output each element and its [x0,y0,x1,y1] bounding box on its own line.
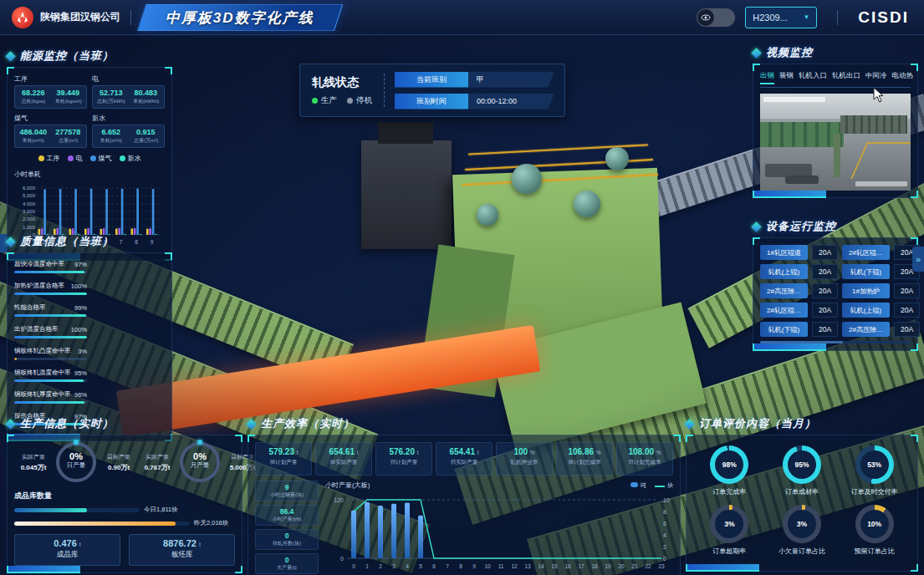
energy-title: 能源监控（当班） [20,48,114,64]
video-tab-2[interactable]: 轧机入口 [799,71,827,84]
equipment-label[interactable]: 2#高压除… [842,322,890,337]
daily-output-gauge: 0%日产量 [56,442,96,482]
energy-quadrant-process: 工序 68.226总耗(kgce)39.449单耗(kgce/t) [14,74,87,109]
equipment-value: 20A [812,283,838,298]
svg-text:0: 0 [352,563,355,569]
finished-stock-card: 0.476 t 成品库 [14,534,120,566]
hourly-output-chart: 1200108642001234567891011121314151617181… [325,490,673,575]
device-select-value: H2309... [753,13,788,23]
svg-text:4,000: 4,000 [23,201,36,206]
svg-text:18: 18 [591,563,598,569]
panel-collapse-button[interactable]: » [912,247,924,272]
quality-title: 质量信息（当班） [20,234,114,249]
svg-text:13: 13 [524,563,531,569]
energy-quadrant-gas: 煤气 486.040单耗(m³/t)277578总量(m³) [14,114,87,148]
slab-stock-card: 8876.72 t 板坯库 [129,534,235,566]
orders-panel: 订单评价内容（当月） 98% 订单完成率 95% 订单成材率 53% 订单及时交… [686,416,918,572]
equipment-label[interactable]: 轧机(下辊) [842,264,890,279]
svg-text:6,000: 6,000 [23,186,36,191]
hourly-chart-legend: 吨块 [630,481,673,490]
equipment-value: 20A [812,264,838,279]
orders-title: 订单评价内容（当月） [699,416,816,431]
efficiency-title: 生产效率（实时） [261,416,355,431]
svg-text:2,000: 2,000 [23,216,36,221]
equipment-label[interactable]: 2#轧区辊… [842,245,890,260]
order-gauge: 95% 订单成材率 [766,445,839,496]
panel-diamond-icon [5,237,16,247]
svg-text:11: 11 [498,563,504,569]
inventory-label: 成品库数量 [14,491,235,501]
equipment-value: 20A [812,245,838,260]
line-status-title: 轧线状态 [312,75,372,90]
video-tab-0[interactable]: 出钢 [760,71,774,84]
video-tab-5[interactable]: 电动热 [892,71,914,84]
mouse-cursor [873,87,885,107]
device-select[interactable]: H2309... ▼ [745,7,817,28]
orders-grid: 98% 订单完成率 95% 订单成材率 53% 订单及时交付率 3% 订单超期率… [693,445,911,564]
order-gauge: 10% 预留订单占比 [838,505,911,556]
equipment-rows: 1#轧区辊道 20A2#轧区辊… 20A轧机(上辊) 20A轧机(下辊) 20A… [760,245,911,337]
equipment-label[interactable]: 1#加热炉 [842,283,890,298]
quality-item: 出炉温度合格率100% [14,325,87,338]
equipment-label[interactable]: 轧机(下辊) [760,322,808,337]
svg-text:10: 10 [663,497,670,503]
video-tab-3[interactable]: 轧机出口 [832,71,860,84]
legend-item[interactable]: 块 [655,481,673,490]
efficiency-stat: 108.00 %日计划完成率 [616,442,673,476]
video-tab-1[interactable]: 装钢 [779,71,794,84]
equipment-row: 2#轧区辊… 20A轧机(上辊) 20A [760,303,911,318]
equipment-row: 轧机(下辊) 20A2#高压除… 20A [760,322,911,337]
svg-text:14: 14 [538,563,544,569]
equipment-value: 20A [812,303,838,318]
equipment-label[interactable]: 1#轧区辊道 [760,245,808,260]
svg-text:3: 3 [392,563,396,569]
panel-diamond-icon [751,221,762,232]
legend-item[interactable]: 电 [68,154,83,163]
efficiency-stat: 654.41 t日实际产量 [436,442,493,476]
company-name: 陕钢集团汉钢公司 [40,10,120,24]
svg-text:3,000: 3,000 [23,209,36,214]
panel-diamond-icon [5,419,16,430]
svg-text:15: 15 [551,563,558,569]
video-watermark [855,181,907,186]
legend-item[interactable]: 新水 [120,154,141,163]
order-gauge: 3% 小欠量订单占比 [766,505,839,556]
equipment-row: 2#高压除… 20A1#加热炉 20A [760,283,911,298]
shift-badge: 当前班别 甲 [395,72,554,88]
video-feed[interactable] [760,94,911,191]
energy-panel: 能源监控（当班） 工序 68.226总耗(kgce)39.449单耗(kgce/… [7,48,172,261]
legend-item[interactable]: 工序 [38,154,60,163]
equipment-label[interactable]: 轧机(上辊) [842,303,890,318]
equipment-panel: 设备运行监控 1#轧区辊道 20A2#轧区辊… 20A轧机(上辊) 20A轧机(… [753,219,918,351]
order-gauge: 98% 订单完成率 [693,445,766,496]
svg-text:10: 10 [484,563,491,569]
svg-text:2: 2 [663,544,666,550]
panel-diamond-icon [751,48,762,59]
efficiency-side-stat: 0欠产量(t) [255,553,319,574]
legend-item[interactable]: 煤气 [90,154,112,163]
chevron-down-icon: ▼ [803,13,809,21]
legend-stopped: 停机 [347,95,372,106]
svg-text:0: 0 [663,556,666,562]
line-status-panel: 轧线状态 生产 停机 当前班别 甲 班别时间 00:00-12:00 [299,64,565,117]
equipment-label[interactable]: 轧机(上辊) [760,264,808,279]
equipment-row: 轧机(上辊) 20A轧机(下辊) 20A [760,264,911,279]
equipment-label[interactable]: 2#高压除… [760,283,808,298]
svg-text:6: 6 [663,521,666,527]
svg-text:16: 16 [564,563,571,569]
legend-item[interactable]: 吨 [630,481,646,490]
quality-item: 钢板终轧温度命中率95% [14,369,87,382]
header: 陕钢集团汉钢公司 中厚板3D数字化产线 H2309... ▼ CISDI [0,0,924,35]
energy-quadrant-water: 新水 6.652单耗(m³/t)0.915总量(万m³) [92,114,165,148]
efficiency-stat: 100 %轧机作业率 [496,442,553,476]
video-title: 视频监控 [766,45,813,60]
svg-text:8: 8 [459,563,462,569]
equipment-title: 设备运行监控 [766,219,836,234]
video-tab-4[interactable]: 中间冷 [865,71,887,84]
efficiency-side-stat: 9小时过钢量(块) [255,481,319,501]
equipment-value: 20A [894,283,920,298]
daily-output-group: 实际产量0.045万t 0%日产量 目标产量0.90万t [14,442,138,482]
svg-text:9: 9 [472,563,476,569]
visibility-toggle[interactable] [697,8,735,27]
equipment-label[interactable]: 2#轧区辊… [760,303,808,318]
